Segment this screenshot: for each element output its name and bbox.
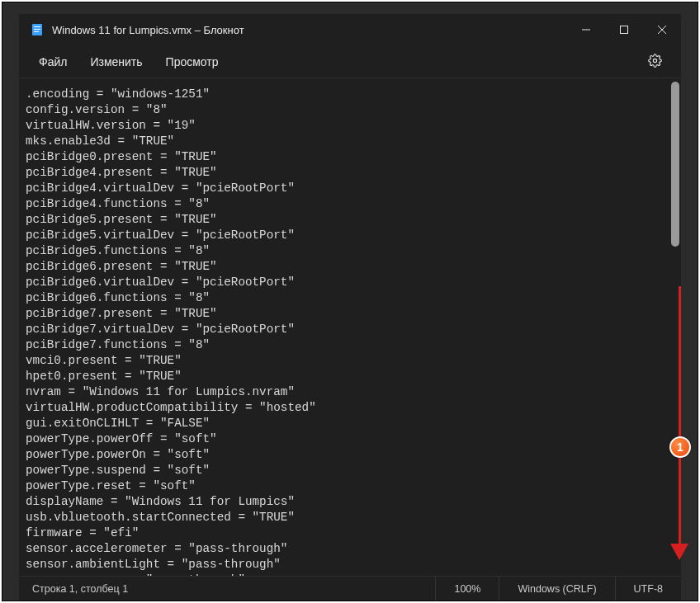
statusbar: Строка 1, столбец 1 100% Windows (CRLF) …: [19, 576, 681, 601]
window-title: Windows 11 for Lumpics.vmx – Блокнот: [52, 24, 244, 36]
svg-point-8: [653, 59, 656, 62]
settings-button[interactable]: [641, 49, 668, 75]
status-zoom: 100%: [435, 577, 499, 601]
notepad-icon: [31, 23, 44, 36]
maximize-button[interactable]: [605, 14, 643, 45]
menubar: Файл Изменить Просмотр: [19, 45, 681, 78]
status-position: Строка 1, столбец 1: [19, 583, 128, 595]
minimize-button[interactable]: [567, 14, 605, 45]
svg-rect-2: [34, 29, 40, 30]
text-editor[interactable]: .encoding = "windows-1251" config.versio…: [19, 78, 669, 576]
menu-file[interactable]: Файл: [27, 50, 78, 73]
menu-view[interactable]: Просмотр: [154, 50, 230, 73]
menu-edit[interactable]: Изменить: [78, 50, 154, 73]
scrollbar-thumb[interactable]: [671, 82, 679, 247]
svg-rect-5: [621, 26, 628, 34]
close-button[interactable]: [643, 14, 681, 45]
svg-rect-3: [34, 31, 39, 32]
titlebar[interactable]: Windows 11 for Lumpics.vmx – Блокнот: [19, 14, 681, 45]
status-encoding: UTF-8: [615, 577, 681, 601]
gear-icon: [648, 54, 662, 70]
notepad-window: Windows 11 for Lumpics.vmx – Блокнот Фай…: [19, 14, 681, 601]
svg-rect-1: [34, 26, 40, 27]
vertical-scrollbar[interactable]: [669, 78, 681, 576]
status-eol: Windows (CRLF): [499, 577, 614, 601]
